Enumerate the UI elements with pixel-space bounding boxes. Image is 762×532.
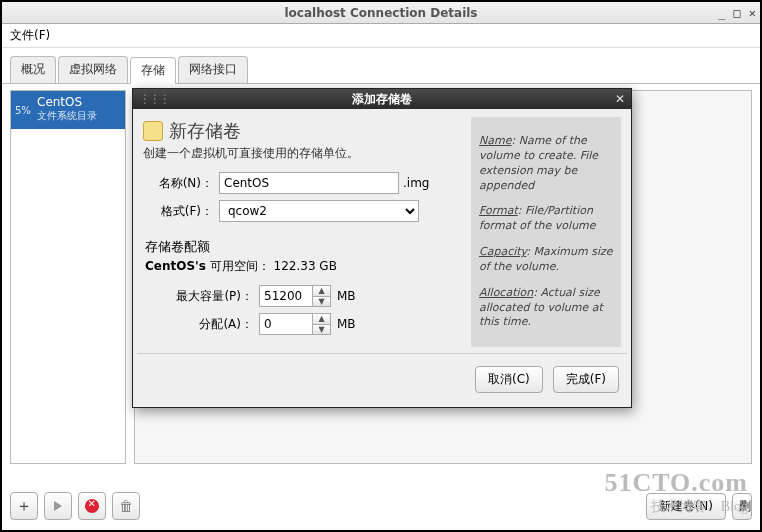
help-allocation-head: Allocation	[479, 286, 533, 299]
dialog-section-title-text: 新存储卷	[169, 119, 241, 143]
pool-usage-percent: 5%	[15, 105, 31, 116]
watermark-line1: 51CTO.com	[604, 468, 748, 498]
dialog-close-icon[interactable]: ✕	[615, 92, 625, 106]
cancel-button[interactable]: 取消(C)	[475, 366, 543, 393]
play-icon	[54, 501, 62, 511]
tab-storage[interactable]: 存储	[130, 57, 176, 84]
help-name-head: Name	[479, 134, 511, 147]
maximize-icon[interactable]: □	[734, 6, 741, 20]
add-pool-button[interactable]: ＋	[10, 492, 38, 520]
spin-down-icon[interactable]: ▼	[313, 297, 330, 307]
add-volume-dialog: ⋮⋮⋮ 添加存储卷 ✕ 新存储卷 创建一个虚拟机可直接使用的存储单位。 名称(N…	[132, 88, 632, 408]
dialog-titlebar[interactable]: ⋮⋮⋮ 添加存储卷 ✕	[133, 89, 631, 109]
max-capacity-input[interactable]	[259, 285, 313, 307]
max-capacity-unit: MB	[337, 289, 356, 303]
stop-pool-button[interactable]	[78, 492, 106, 520]
quota-line: CentOS's 可用空间： 122.33 GB	[145, 258, 463, 275]
help-format-head: Format	[479, 204, 518, 217]
name-input[interactable]	[219, 172, 399, 194]
quota-heading: 存储卷配额	[145, 238, 463, 256]
quota-pool-name: CentOS's	[145, 259, 206, 273]
tab-overview[interactable]: 概况	[10, 56, 56, 83]
format-select[interactable]: qcow2	[219, 200, 419, 222]
plus-icon: ＋	[16, 496, 32, 517]
pool-type: 文件系统目录	[37, 109, 119, 123]
spin-down-icon[interactable]: ▼	[313, 325, 330, 335]
allocation-spinner[interactable]: ▲ ▼	[313, 313, 331, 335]
minimize-icon[interactable]: _	[718, 6, 725, 20]
help-panel: Name: Name of the volume to create. File…	[471, 117, 621, 347]
storage-pool-item[interactable]: 5% CentOS 文件系统目录	[11, 91, 125, 129]
allocation-label: 分配(A)：	[143, 316, 253, 333]
name-label: 名称(N)：	[143, 175, 213, 192]
pool-name: CentOS	[37, 95, 119, 109]
dialog-desc: 创建一个虚拟机可直接使用的存储单位。	[143, 145, 463, 162]
dialog-grip-icon: ⋮⋮⋮	[139, 92, 169, 106]
max-capacity-spinner[interactable]: ▲ ▼	[313, 285, 331, 307]
tabs: 概况 虚拟网络 存储 网络接口	[2, 48, 760, 84]
storage-pool-list[interactable]: 5% CentOS 文件系统目录	[10, 90, 126, 464]
watermark-line2: 技术博客	[651, 499, 707, 514]
allocation-input[interactable]	[259, 313, 313, 335]
quota-avail-label: 可用空间：	[210, 259, 270, 273]
tab-virtual-network[interactable]: 虚拟网络	[58, 56, 128, 83]
allocation-unit: MB	[337, 317, 356, 331]
spin-up-icon[interactable]: ▲	[313, 286, 330, 297]
help-capacity-head: Capacity	[479, 245, 526, 258]
start-pool-button[interactable]	[44, 492, 72, 520]
quota-avail-value: 122.33 GB	[274, 259, 337, 273]
close-window-icon[interactable]: ✕	[749, 6, 756, 20]
watermark-line3: Blog	[721, 499, 748, 514]
dialog-title: 添加存储卷	[133, 91, 631, 108]
menu-file[interactable]: 文件(F)	[10, 27, 50, 44]
dialog-section-title: 新存储卷	[143, 119, 463, 143]
tab-network-interface[interactable]: 网络接口	[178, 56, 248, 83]
stop-icon	[85, 499, 99, 513]
max-capacity-label: 最大容量(P)：	[143, 288, 253, 305]
format-label: 格式(F)：	[143, 203, 213, 220]
delete-pool-button[interactable]: 🗑	[112, 492, 140, 520]
menubar: 文件(F)	[2, 24, 760, 48]
window-titlebar: localhost Connection Details _ □ ✕	[2, 2, 760, 24]
watermark: 51CTO.com 技术博客 Blog	[604, 468, 748, 516]
trash-icon: 🗑	[119, 498, 133, 514]
window-title: localhost Connection Details	[2, 6, 760, 20]
finish-button[interactable]: 完成(F)	[553, 366, 619, 393]
new-volume-icon	[143, 121, 163, 141]
name-extension: .img	[403, 176, 429, 190]
spin-up-icon[interactable]: ▲	[313, 314, 330, 325]
